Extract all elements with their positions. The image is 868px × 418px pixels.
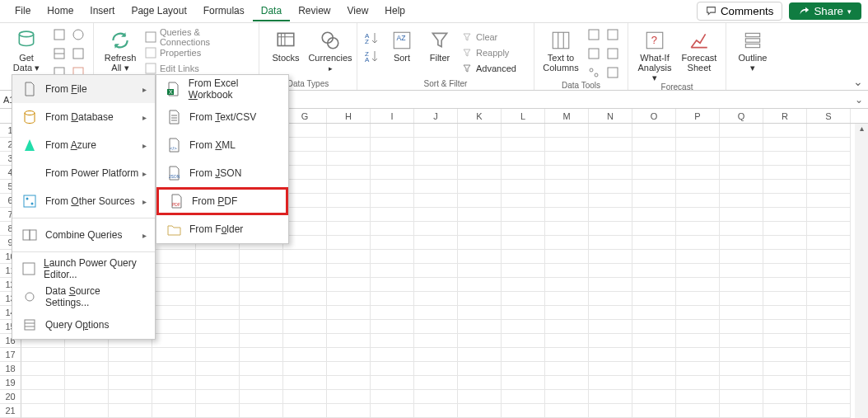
cell[interactable] [589, 194, 632, 208]
ribbon-collapse-button[interactable]: ⌄ [853, 75, 863, 88]
cell[interactable] [414, 236, 458, 250]
cell[interactable] [632, 306, 676, 320]
cell[interactable] [545, 320, 589, 334]
row-header[interactable]: 20 [0, 390, 21, 404]
cell[interactable] [545, 222, 589, 236]
cell[interactable] [589, 320, 632, 334]
cell[interactable] [589, 166, 632, 180]
cell[interactable] [676, 334, 720, 348]
cell[interactable] [632, 348, 676, 362]
cell[interactable] [807, 320, 851, 334]
cell[interactable] [240, 292, 283, 306]
cell[interactable] [414, 138, 458, 152]
cell[interactable] [327, 376, 371, 390]
cell[interactable] [152, 278, 196, 292]
cell[interactable] [807, 124, 851, 138]
cell[interactable] [502, 306, 545, 320]
cell[interactable] [283, 306, 327, 320]
cell[interactable] [196, 404, 240, 418]
cell[interactable] [414, 404, 458, 418]
cell[interactable] [720, 278, 763, 292]
cell[interactable] [327, 292, 371, 306]
cell[interactable] [109, 404, 152, 418]
cell[interactable] [458, 292, 502, 306]
cell[interactable] [327, 180, 371, 194]
cell[interactable] [502, 320, 545, 334]
cell[interactable] [763, 222, 807, 236]
cell[interactable] [763, 292, 807, 306]
cell[interactable] [720, 222, 763, 236]
cell[interactable] [502, 236, 545, 250]
cell[interactable] [807, 236, 851, 250]
cell[interactable] [502, 124, 545, 138]
cell[interactable] [327, 208, 371, 222]
cell[interactable] [414, 292, 458, 306]
cell[interactable] [676, 320, 720, 334]
row-header[interactable]: 21 [0, 404, 21, 418]
cell[interactable] [632, 194, 676, 208]
cell[interactable] [676, 292, 720, 306]
recent-sources-icon[interactable] [70, 45, 86, 62]
cell[interactable] [414, 208, 458, 222]
cell[interactable] [763, 306, 807, 320]
menu-from-folder[interactable]: From Folder [156, 215, 288, 243]
cell[interactable] [371, 376, 414, 390]
menu-home[interactable]: Home [39, 2, 82, 21]
properties-button[interactable]: Properties [145, 45, 252, 59]
cell[interactable] [414, 390, 458, 404]
cell[interactable] [458, 124, 502, 138]
menu-launch-power-query[interactable]: Launch Power Query Editor... [12, 255, 155, 283]
cell[interactable] [414, 166, 458, 180]
cell[interactable] [109, 376, 152, 390]
cell[interactable] [502, 222, 545, 236]
cell[interactable] [196, 306, 240, 320]
stocks-button[interactable]: Stocks [266, 26, 306, 63]
cell[interactable] [371, 124, 414, 138]
cell[interactable] [807, 138, 851, 152]
data-validation-icon[interactable] [586, 45, 602, 62]
cell[interactable] [545, 306, 589, 320]
cell[interactable] [676, 250, 720, 264]
cell[interactable] [196, 250, 240, 264]
menu-view[interactable]: View [339, 2, 377, 21]
cell[interactable] [283, 180, 327, 194]
cell[interactable] [545, 180, 589, 194]
cell[interactable] [807, 222, 851, 236]
share-button[interactable]: Share ▾ [789, 2, 861, 20]
cell[interactable] [763, 376, 807, 390]
cell[interactable] [632, 334, 676, 348]
forecast-sheet-button[interactable]: Forecast Sheet [679, 26, 719, 73]
cell[interactable] [545, 404, 589, 418]
cell[interactable] [152, 320, 196, 334]
cell[interactable] [720, 292, 763, 306]
cell[interactable] [283, 124, 327, 138]
row-header[interactable]: 17 [0, 348, 21, 362]
cell[interactable] [283, 138, 327, 152]
sort-button[interactable]: AZ Sort [385, 26, 418, 63]
cell[interactable] [720, 236, 763, 250]
cell[interactable] [676, 390, 720, 404]
cell[interactable] [283, 152, 327, 166]
cell[interactable] [283, 250, 327, 264]
cell[interactable] [502, 348, 545, 362]
cell[interactable] [720, 138, 763, 152]
column-header[interactable]: K [458, 109, 502, 123]
cell[interactable] [720, 320, 763, 334]
cell[interactable] [632, 264, 676, 278]
cell[interactable] [327, 236, 371, 250]
cell[interactable] [414, 306, 458, 320]
cell[interactable] [371, 320, 414, 334]
cell[interactable] [720, 264, 763, 278]
cell[interactable] [371, 390, 414, 404]
cell[interactable] [545, 194, 589, 208]
cell[interactable] [720, 152, 763, 166]
cell[interactable] [502, 390, 545, 404]
menu-from-xml[interactable]: </> From XML [156, 131, 288, 159]
row-header[interactable]: 19 [0, 376, 21, 390]
cell[interactable] [152, 362, 196, 376]
outline-button[interactable]: Outline▾ [733, 26, 772, 73]
cell[interactable] [283, 404, 327, 418]
cell[interactable] [196, 362, 240, 376]
cell[interactable] [502, 404, 545, 418]
cell[interactable] [545, 278, 589, 292]
